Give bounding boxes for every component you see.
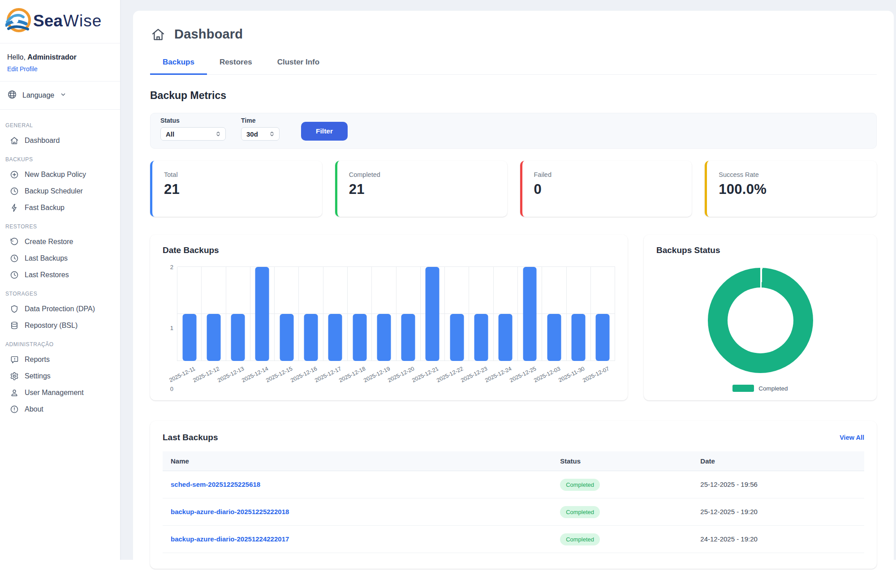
user-icon	[10, 388, 19, 397]
filter-button[interactable]: Filter	[301, 122, 348, 141]
bar-column	[396, 267, 421, 361]
table-body: sched-sem-20251225225618 Completed 25-12…	[163, 471, 864, 553]
tab-backups[interactable]: Backups	[150, 53, 207, 75]
stat-value: 0	[534, 181, 681, 197]
sidebar-item-last-backups[interactable]: Last Backups	[4, 251, 116, 266]
stat-value: 21	[164, 181, 310, 197]
nav-section-administra-o: ADMINISTRAÇÃO	[5, 341, 116, 348]
seawise-logo-icon: Sea Wise	[5, 6, 109, 34]
x-axis-tick: 2025-12-11	[168, 365, 196, 383]
last-backups-heading: Last Backups	[163, 433, 218, 442]
y-axis-tick: 1	[163, 325, 173, 331]
sidebar-item-create-restore[interactable]: Create Restore	[4, 234, 116, 249]
sidebar-item-reports[interactable]: Reports	[4, 352, 116, 367]
donut-legend: Completed	[732, 385, 788, 392]
bar-2025-12-19	[377, 314, 391, 361]
bar-2025-12-11	[182, 314, 196, 361]
time-select-value: 30d	[246, 130, 258, 138]
bar-column	[299, 267, 323, 361]
bar-2025-12-25	[523, 267, 537, 361]
backups-status-chart-card: Backups Status Completed	[644, 235, 877, 400]
last-backups-table: Name Status Date sched-sem-2025122522561…	[163, 451, 864, 553]
sidebar-item-dashboard[interactable]: Dashboard	[4, 133, 116, 148]
sidebar-nav: GENERALDashboardBACKUPSNew Backup Policy…	[0, 110, 120, 417]
backup-date: 25-12-2025 - 19:56	[700, 481, 758, 488]
date-backups-chart-card: Date Backups 2025-12-112025-12-122025-12…	[150, 235, 628, 400]
tab-restores[interactable]: Restores	[207, 53, 265, 75]
backup-name-link[interactable]: sched-sem-20251225225618	[171, 481, 260, 488]
donut-chart-title: Backups Status	[656, 245, 864, 255]
legend-label: Completed	[758, 385, 788, 392]
sidebar: Sea Wise Hello, Administrador Edit Profi…	[0, 0, 121, 560]
table-row: sched-sem-20251225225618 Completed 25-12…	[163, 471, 864, 498]
tab-cluster-info[interactable]: Cluster Info	[265, 53, 332, 75]
y-axis-tick: 0	[163, 386, 173, 392]
select-stepper-icon	[269, 131, 275, 137]
sidebar-item-backup-scheduler[interactable]: Backup Scheduler	[4, 184, 116, 199]
sidebar-item-last-restores[interactable]: Last Restores	[4, 267, 116, 283]
status-select[interactable]: All	[160, 127, 226, 141]
bar-2025-12-07	[596, 314, 610, 361]
bar-column	[323, 267, 348, 361]
bar-column	[275, 267, 299, 361]
sidebar-item-fast-backup[interactable]: Fast Backup	[4, 200, 116, 215]
bar-2025-12-15	[280, 314, 293, 361]
clock-icon	[10, 187, 19, 196]
language-selector[interactable]: Language	[0, 82, 120, 110]
shield-icon	[10, 305, 19, 313]
bar-chart: 2025-12-112025-12-122025-12-132025-12-14…	[163, 267, 615, 389]
x-axis-tick: 2025-12-24	[484, 365, 513, 384]
donut-chart	[708, 268, 813, 373]
logo[interactable]: Sea Wise	[0, 0, 120, 43]
sidebar-item-new-backup-policy[interactable]: New Backup Policy	[4, 167, 116, 182]
sidebar-item-label: Settings	[25, 372, 51, 380]
x-axis-tick: 2025-12-20	[387, 365, 415, 384]
charts-row: Date Backups 2025-12-112025-12-122025-12…	[150, 235, 877, 400]
bar-2025-12-12	[207, 314, 220, 361]
metrics-heading: Backup Metrics	[150, 90, 877, 102]
bar-2025-12-17	[328, 314, 342, 361]
stat-card-total: Total 21	[150, 161, 322, 217]
bar-2025-12-03	[547, 314, 561, 361]
x-axis-tick: 2025-12-03	[533, 365, 561, 384]
nav-section-restores: RESTORES	[5, 223, 116, 230]
clock-icon	[10, 270, 19, 279]
brand-light: Wise	[63, 12, 102, 30]
x-axis-tick: 2025-12-07	[582, 365, 610, 384]
bar-chart-title: Date Backups	[163, 245, 615, 255]
gear-icon	[10, 372, 19, 381]
sidebar-item-label: Dashboard	[25, 137, 60, 145]
bar-2025-12-14	[255, 267, 269, 361]
view-all-link[interactable]: View All	[840, 434, 864, 441]
bar-chart-plot	[177, 267, 615, 361]
status-badge: Completed	[560, 506, 600, 518]
sidebar-item-label: Last Restores	[25, 271, 69, 279]
y-axis-tick: 2	[163, 264, 173, 270]
sidebar-item-about[interactable]: About	[4, 402, 116, 417]
sidebar-item-label: Create Restore	[25, 238, 73, 246]
stat-value: 100.0%	[719, 181, 865, 197]
home-icon	[151, 27, 165, 42]
x-axis-tick: 2025-11-30	[558, 365, 586, 383]
legend-swatch	[732, 385, 754, 392]
backup-name-link[interactable]: backup-azure-diario-20251225222018	[171, 508, 289, 515]
status-badge: Completed	[560, 533, 600, 545]
time-select[interactable]: 30d	[241, 127, 280, 141]
sidebar-item-data-protection-dpa[interactable]: Data Protection (DPA)	[4, 301, 116, 317]
table-header: Name Status Date	[163, 451, 864, 471]
column-header-date: Date	[692, 451, 864, 471]
x-axis-tick: 2025-12-19	[362, 365, 391, 384]
status-select-value: All	[166, 130, 174, 138]
x-axis-tick: 2025-12-15	[265, 365, 294, 384]
x-axis-tick: 2025-12-23	[460, 365, 488, 384]
sidebar-item-user-management[interactable]: User Management	[4, 385, 116, 400]
bar-column	[591, 267, 615, 361]
sidebar-item-settings[interactable]: Settings	[4, 369, 116, 384]
database-icon	[10, 321, 19, 330]
bar-2025-12-21	[426, 267, 439, 361]
edit-profile-link[interactable]: Edit Profile	[7, 65, 38, 73]
backup-name-link[interactable]: backup-azure-diario-20251224222017	[171, 535, 289, 543]
bar-column	[177, 267, 202, 361]
sidebar-item-repostory-bsl[interactable]: Repostory (BSL)	[4, 318, 116, 333]
stat-card-failed: Failed 0	[520, 161, 692, 217]
